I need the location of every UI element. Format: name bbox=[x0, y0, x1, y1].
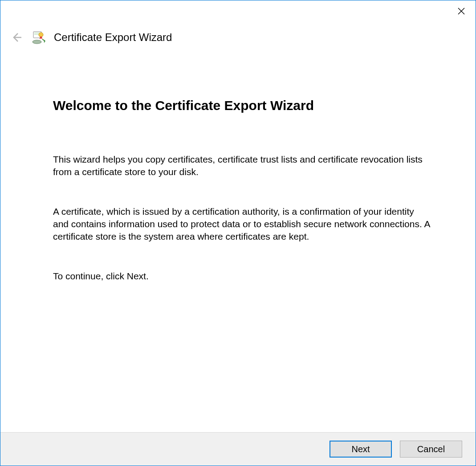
close-icon bbox=[458, 8, 465, 15]
page-heading: Welcome to the Certificate Export Wizard bbox=[53, 98, 431, 113]
wizard-title: Certificate Export Wizard bbox=[54, 31, 172, 44]
svg-point-7 bbox=[33, 40, 41, 44]
next-button[interactable]: Next bbox=[330, 441, 392, 458]
back-button[interactable] bbox=[9, 30, 24, 45]
cancel-button[interactable]: Cancel bbox=[400, 441, 462, 458]
intro-paragraph-3: To continue, click Next. bbox=[53, 270, 431, 282]
back-arrow-icon bbox=[11, 32, 22, 43]
header-row: Certificate Export Wizard bbox=[0, 20, 476, 45]
intro-paragraph-2: A certificate, which is issued by a cert… bbox=[53, 205, 431, 243]
footer-button-bar: Next Cancel bbox=[0, 432, 476, 466]
intro-paragraph-1: This wizard helps you copy certificates,… bbox=[53, 153, 431, 179]
titlebar bbox=[0, 0, 476, 20]
wizard-window: Certificate Export Wizard Welcome to the… bbox=[0, 0, 476, 466]
certificate-export-icon bbox=[32, 30, 46, 45]
close-button[interactable] bbox=[452, 4, 470, 18]
svg-point-6 bbox=[39, 33, 43, 37]
content-area: Welcome to the Certificate Export Wizard… bbox=[0, 45, 476, 432]
